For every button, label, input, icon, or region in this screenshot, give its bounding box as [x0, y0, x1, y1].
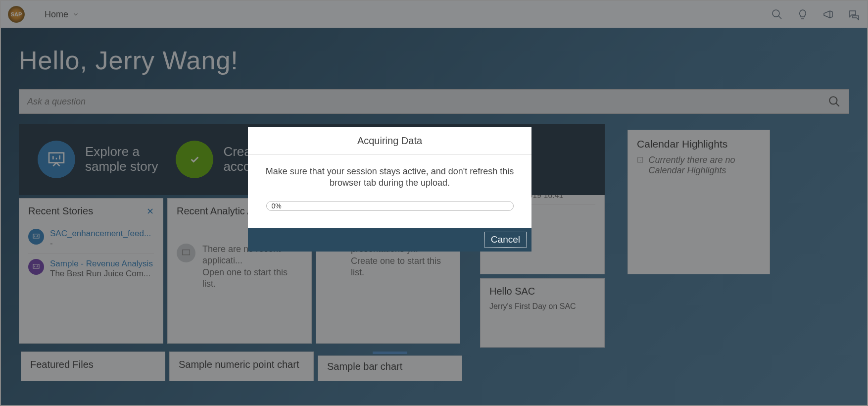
dialog-title: Acquiring Data	[248, 127, 531, 155]
cancel-button[interactable]: Cancel	[484, 232, 527, 248]
progress-bar: 0%	[266, 201, 514, 211]
dialog-message: Make sure that your session stays active…	[265, 166, 515, 189]
acquiring-data-dialog: Acquiring Data Make sure that your sessi…	[248, 127, 531, 252]
